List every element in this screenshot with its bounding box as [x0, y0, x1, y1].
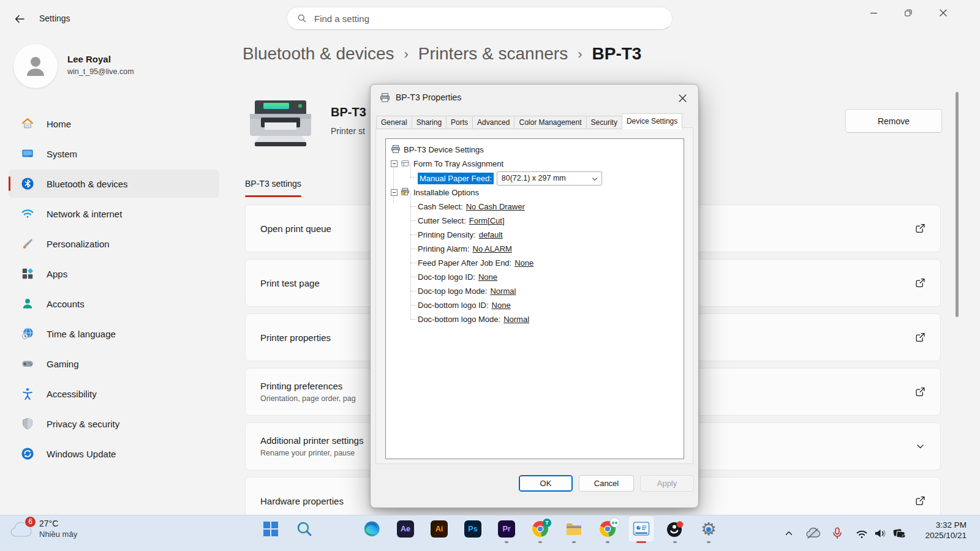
- breadcrumb: Bluetooth & devices › Printers & scanner…: [243, 44, 641, 64]
- avatar[interactable]: [13, 44, 58, 88]
- wifi-icon[interactable]: [854, 526, 869, 541]
- photoshop-icon[interactable]: Ps: [464, 520, 481, 538]
- gaming-icon: [21, 357, 34, 370]
- sidebar-item-label: Bluetooth & devices: [47, 179, 128, 189]
- breadcrumb-item-printers-scanners[interactable]: Printers & scanners: [418, 44, 568, 64]
- back-arrow-icon: [13, 13, 24, 24]
- page-scrollbar[interactable]: [956, 92, 959, 317]
- collapse-expander[interactable]: [391, 189, 398, 196]
- file-explorer-icon[interactable]: [565, 520, 582, 538]
- printer-properties-dialog: BP-T3 Properties General Sharing Ports A…: [370, 84, 699, 508]
- chrome-profile-badge: T: [543, 519, 551, 527]
- tab-bp-t3-settings[interactable]: BP-T3 settings: [245, 179, 301, 197]
- tab-security[interactable]: Security: [586, 116, 622, 129]
- breadcrumb-current: BP-T3: [592, 44, 641, 64]
- sidebar-item-label: Accessibility: [47, 389, 97, 399]
- sidebar-item-network-internet[interactable]: Network & internet: [9, 200, 219, 228]
- sidebar-item-privacy-security[interactable]: Privacy & security: [9, 410, 219, 438]
- taskbar-clock[interactable]: 3:32 PM 2025/10/21: [925, 520, 967, 541]
- tree-item-manual-paper-feed[interactable]: Manual Paper Feed: 80(72.1) x 297 mm: [418, 171, 602, 186]
- illustrator-icon[interactable]: Ai: [431, 520, 448, 538]
- premiere-icon[interactable]: Pr: [498, 520, 515, 538]
- mic-icon[interactable]: [830, 526, 845, 541]
- sidebar-item-personalization[interactable]: Personalization: [9, 230, 219, 258]
- sidebar-item-gaming[interactable]: Gaming: [9, 350, 219, 378]
- window-close-button[interactable]: [930, 4, 957, 22]
- taskbar-search-button[interactable]: [296, 520, 313, 538]
- tree-guide: [410, 193, 411, 319]
- obs-icon[interactable]: [666, 520, 684, 538]
- ok-button[interactable]: OK: [519, 475, 573, 492]
- settings-gear-icon[interactable]: ⚙: [700, 520, 717, 538]
- personalization-icon: [21, 237, 34, 250]
- collapse-expander[interactable]: [391, 160, 398, 167]
- tab-general[interactable]: General: [376, 116, 412, 129]
- sidebar-item-accounts[interactable]: Accounts: [9, 290, 219, 318]
- tree-item-feed-paper-after-job-end[interactable]: Feed Paper After Job End:None: [418, 257, 533, 269]
- breadcrumb-separator: ›: [578, 45, 582, 62]
- start-button[interactable]: [262, 520, 279, 538]
- taskbar: 6 27°C Nhiều mây Ae Ai Ps Pr T: [0, 515, 980, 551]
- search-box[interactable]: [287, 7, 673, 30]
- tree-item-doc-bottom-logo-mode[interactable]: Doc-bottom logo Mode:Normal: [418, 313, 529, 325]
- sidebar-item-accessibility[interactable]: Accessibility: [9, 380, 219, 408]
- chevron-down-icon[interactable]: [915, 441, 925, 452]
- sidebar-nav: Home System Bluetooth & devices Network …: [0, 108, 228, 470]
- tray-chevron-up-icon[interactable]: [782, 526, 796, 541]
- breadcrumb-item-bluetooth-devices[interactable]: Bluetooth & devices: [243, 44, 394, 64]
- sidebar-item-apps[interactable]: Apps: [9, 260, 219, 288]
- cancel-button[interactable]: Cancel: [579, 475, 634, 492]
- search-icon: [297, 13, 307, 23]
- breadcrumb-separator: ›: [404, 45, 409, 62]
- tab-advanced[interactable]: Advanced: [472, 116, 514, 129]
- tree-item-doc-top-logo-id[interactable]: Doc-top logo ID:None: [418, 271, 497, 283]
- sidebar-item-label: Privacy & security: [47, 419, 119, 429]
- back-button[interactable]: [10, 10, 28, 28]
- tab-ports[interactable]: Ports: [446, 116, 473, 129]
- tree-item-cutter-select[interactable]: Cutter Select:Form[Cut]: [418, 214, 505, 227]
- chrome-icon[interactable]: T: [532, 520, 549, 538]
- search-input[interactable]: [313, 13, 662, 24]
- dialog-close-button[interactable]: [673, 89, 692, 107]
- tree-item-printing-alarm[interactable]: Printing Alarm:No ALARM: [418, 242, 512, 255]
- user-icon: [22, 53, 49, 80]
- sidebar-item-time-language[interactable]: Time & language: [9, 320, 219, 348]
- tree-item-installable-options[interactable]: Installable Options: [391, 186, 479, 198]
- network-icon: [21, 207, 34, 220]
- windows-update-icon: [21, 447, 34, 460]
- manual-paper-feed-select[interactable]: 80(72.1) x 297 mm: [497, 171, 602, 186]
- tree-item-form-to-tray[interactable]: Form To Tray Assignment: [391, 157, 503, 170]
- sidebar-item-windows-update[interactable]: Windows Update: [9, 440, 219, 468]
- edge-icon[interactable]: [363, 520, 380, 538]
- user-name: Lee Royal: [67, 54, 111, 64]
- installable-options-icon: [401, 187, 410, 197]
- apply-button[interactable]: Apply: [640, 475, 694, 492]
- sidebar-item-bluetooth-devices[interactable]: Bluetooth & devices: [9, 170, 219, 198]
- after-effects-icon[interactable]: Ae: [397, 520, 414, 538]
- external-link-icon: [915, 332, 925, 343]
- cloud-off-icon[interactable]: [805, 526, 820, 541]
- tree-item-cash-select[interactable]: Cash Select:No Cash Drawer: [418, 200, 525, 212]
- chrome-icon-2[interactable]: [599, 520, 616, 538]
- sidebar-item-label: Home: [47, 119, 71, 129]
- tray-icon: [401, 159, 410, 168]
- maximize-button[interactable]: [895, 4, 922, 22]
- volume-icon[interactable]: [873, 526, 888, 541]
- dialog-titlebar[interactable]: BP-T3 Properties: [371, 84, 698, 110]
- remove-button[interactable]: Remove: [845, 109, 942, 133]
- sidebar-item-label: Time & language: [47, 329, 116, 339]
- ime-icon[interactable]: [892, 526, 907, 541]
- tab-color-management[interactable]: Color Management: [514, 116, 586, 129]
- tree-item-doc-bottom-logo-id[interactable]: Doc-bottom logo ID:None: [418, 299, 511, 311]
- minimize-button[interactable]: [860, 4, 887, 22]
- sidebar-item-label: System: [47, 149, 77, 159]
- tab-device-settings[interactable]: Device Settings: [622, 113, 682, 129]
- tab-sharing[interactable]: Sharing: [412, 116, 447, 129]
- selected-tree-label: Manual Paper Feed:: [418, 173, 494, 184]
- sidebar-item-system[interactable]: System: [9, 140, 219, 168]
- active-app-icon[interactable]: [633, 520, 650, 538]
- tree-item-doc-top-logo-mode[interactable]: Doc-top logo Mode:Normal: [418, 285, 516, 297]
- sidebar-item-home[interactable]: Home: [9, 110, 219, 138]
- tree-item-root[interactable]: BP-T3 Device Settings: [391, 143, 484, 156]
- tree-item-printing-density[interactable]: Printing Density:default: [418, 228, 503, 241]
